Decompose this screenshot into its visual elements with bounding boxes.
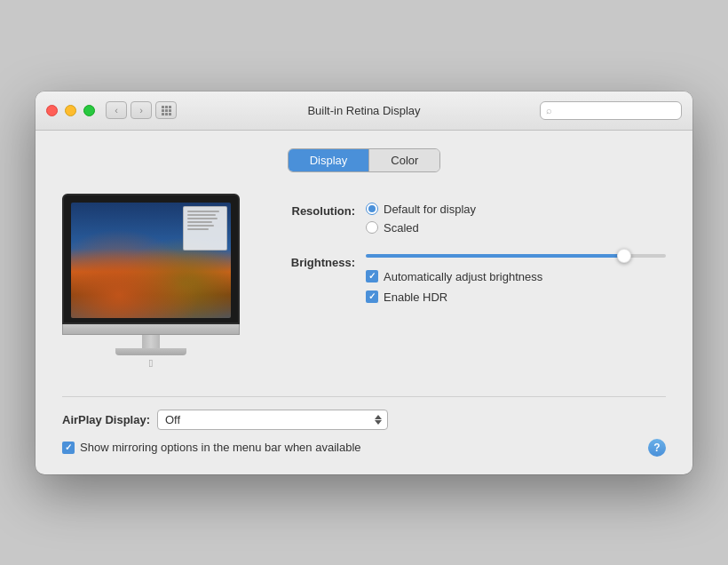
search-box[interactable]: ⌕ ✕ [540, 101, 682, 120]
content-area: Display Color [36, 131, 692, 474]
nav-buttons: ‹ › [106, 101, 152, 119]
search-input[interactable] [556, 104, 689, 116]
settings-controls: Resolution: Default for display Scaled [266, 194, 666, 370]
radio-default-circle[interactable] [366, 203, 378, 215]
mirroring-checkmark-icon: ✓ [65, 443, 72, 452]
radio-scaled[interactable]: Scaled [366, 221, 666, 235]
brightness-slider-track[interactable] [366, 254, 666, 258]
mirroring-row: ✓ Show mirroring options in the menu bar… [62, 439, 666, 457]
question-mark-icon: ? [653, 442, 660, 454]
brightness-label: Brightness: [266, 254, 355, 269]
maximize-button[interactable] [83, 105, 95, 116]
apple-logo:  [62, 357, 240, 370]
mirroring-left[interactable]: ✓ Show mirroring options in the menu bar… [62, 441, 361, 454]
tab-group: Display Color [288, 148, 441, 172]
airplay-row: AirPlay Display: Off [62, 410, 666, 430]
brightness-slider-thumb[interactable] [617, 249, 631, 263]
search-icon: ⌕ [546, 105, 552, 115]
airplay-value: Off [165, 413, 180, 426]
resolution-label: Resolution: [266, 203, 355, 218]
chevron-down-icon [375, 420, 382, 425]
auto-brightness-label: Automatically adjust brightness [384, 270, 542, 283]
tab-color[interactable]: Color [369, 149, 439, 171]
help-button[interactable]: ? [648, 439, 666, 457]
monitor-base [115, 348, 186, 355]
radio-scaled-label: Scaled [384, 221, 419, 235]
minimize-button[interactable] [65, 105, 76, 116]
airplay-select[interactable]: Off [157, 410, 388, 430]
enable-hdr-label: Enable HDR [384, 290, 447, 304]
monitor-screen [71, 203, 231, 318]
main-window: ‹ › Built-in Retina Display ⌕ ✕ Display … [36, 92, 692, 474]
auto-brightness-checkbox[interactable]: ✓ [366, 270, 378, 282]
hdr-checkmark-icon: ✓ [368, 292, 376, 301]
enable-hdr-checkbox[interactable]: ✓ [366, 290, 378, 303]
chevron-up-icon [375, 415, 382, 419]
checkmark-icon: ✓ [368, 272, 376, 281]
monitor-preview:  [62, 194, 240, 370]
select-arrows-icon [375, 415, 382, 425]
grid-button[interactable] [155, 101, 177, 119]
brightness-row: Brightness: ✓ Automatically adjust brigh… [266, 254, 666, 311]
window-title: Built-in Retina Display [307, 104, 420, 117]
titlebar: ‹ › Built-in Retina Display ⌕ ✕ [36, 92, 692, 131]
grid-dots-icon [162, 106, 171, 115]
tab-bar: Display Color [62, 148, 666, 172]
radio-default-display[interactable]: Default for display [366, 203, 666, 216]
settings-area:  Resolution: Default for display [62, 194, 666, 370]
mirroring-label: Show mirroring options in the menu bar w… [80, 441, 361, 454]
brightness-controls: ✓ Automatically adjust brightness ✓ Enab… [366, 254, 666, 311]
close-button[interactable] [46, 105, 58, 116]
tab-display[interactable]: Display [289, 149, 370, 171]
radio-default-label: Default for display [384, 203, 476, 216]
monitor-body [62, 194, 240, 324]
traffic-lights [46, 105, 95, 116]
back-button[interactable]: ‹ [106, 101, 127, 119]
monitor-stand-neck [142, 335, 160, 348]
enable-hdr-row[interactable]: ✓ Enable HDR [366, 290, 666, 304]
overlay-content [184, 207, 226, 235]
resolution-row: Resolution: Default for display Scaled [266, 203, 666, 240]
bottom-area: AirPlay Display: Off ✓ Show mirroring op… [62, 396, 666, 457]
brightness-slider-row [366, 254, 666, 258]
screen-overlay-window [183, 206, 227, 251]
mirroring-checkbox[interactable]: ✓ [62, 442, 75, 454]
radio-default-inner [368, 205, 376, 212]
resolution-options: Default for display Scaled [366, 203, 666, 240]
radio-scaled-circle[interactable] [366, 221, 378, 234]
auto-brightness-row[interactable]: ✓ Automatically adjust brightness [366, 270, 666, 283]
forward-button[interactable]: › [131, 101, 152, 119]
monitor-stand-top [62, 324, 240, 335]
airplay-label: AirPlay Display: [62, 413, 150, 426]
